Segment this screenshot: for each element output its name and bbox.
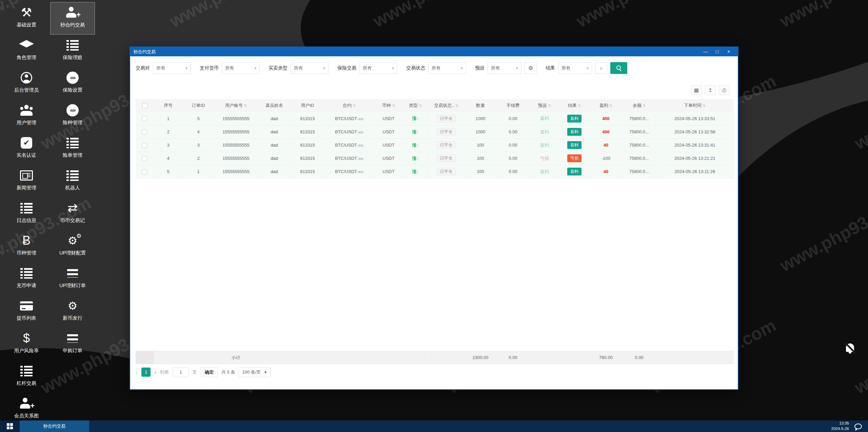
minimize-button[interactable]: — <box>700 47 711 56</box>
desktop-icon-news-management[interactable]: 新闻管理 <box>4 165 49 198</box>
desktop-icon-second-contract-trade[interactable]: +秒合约交易 <box>50 2 95 35</box>
cell-contract: BTC/USDT-30S <box>324 152 374 165</box>
table-row[interactable]: 5115555555555dad613315BTC/USDT-30SUSDT涨↑… <box>136 165 734 178</box>
desktop-icon-insurance-type-management[interactable]: «»险种管理 <box>50 100 95 132</box>
bell-muted-icon[interactable] <box>844 341 857 356</box>
desktop-icon-subscribe-orders[interactable]: 申购订单 <box>50 328 95 360</box>
desktop-icon-deposit-request[interactable]: 充币申请 <box>4 263 49 295</box>
sort-icon[interactable]: ⇅ <box>419 104 422 108</box>
sort-icon[interactable]: ⇅ <box>353 104 356 108</box>
sort-icon[interactable]: ⇅ <box>455 104 458 108</box>
column-header-account[interactable]: 用户账号⇅ <box>214 99 258 112</box>
row-checkbox[interactable] <box>142 130 147 135</box>
column-header-balance[interactable]: 余额⇅ <box>623 99 656 112</box>
cell-fee: 0.00 <box>496 152 530 165</box>
taskbar-item-label: 秒合约交易 <box>43 423 65 429</box>
preset-gear-button[interactable]: ⚙ <box>525 62 537 74</box>
desktop-icon-leverage-trade[interactable]: 杠杆交易 <box>4 360 49 393</box>
gears-icon: ⚙ <box>68 234 78 247</box>
export-button[interactable]: ↥ <box>705 85 716 95</box>
sort-icon[interactable]: ⇅ <box>548 104 551 108</box>
taskbar-clock[interactable]: 13:35 2024-5-26 <box>831 421 849 431</box>
desktop-icon-basic-settings[interactable]: ⚒基础设置 <box>4 2 49 35</box>
sort-icon[interactable]: ⇅ <box>392 104 395 108</box>
desktop-icon-grid: ⚒基础设置+秒合约交易角色管理保险理赔后台管理员«»保险设置用户管理«»险种管理… <box>4 2 95 426</box>
desktop-icon-label: 日志信息 <box>17 218 36 223</box>
cell-type: 涨↑ <box>403 138 428 152</box>
system-tray: 13:35 2024-5-26 <box>831 420 868 432</box>
page-size-select[interactable]: 100 条/页 ▼ <box>239 367 271 377</box>
table-row[interactable]: 2415555555555dad613315BTC/USDT-30SUSDT涨↑… <box>136 125 734 138</box>
desktop-icon-withdraw-list[interactable]: 提币列表 <box>4 295 49 328</box>
select-all-checkbox[interactable] <box>142 103 147 108</box>
maximize-button[interactable]: □ <box>711 47 723 56</box>
desktop-icon-coin-management[interactable]: Ƀ币种管理 <box>4 230 49 263</box>
chat-bubble-icon[interactable] <box>854 424 862 429</box>
filter-trading-pair: 交易对 所有 ▾ <box>136 62 191 74</box>
sort-icon[interactable]: ⇅ <box>609 104 612 108</box>
desktop-icon-up-finance-config[interactable]: ⚙UP理财配置 <box>50 230 95 263</box>
next-page-button[interactable]: › <box>154 369 156 375</box>
status-tag: 已平仓 <box>437 141 456 149</box>
desktop-icon-policy-management[interactable]: 险单管理 <box>50 132 95 165</box>
column-header-order_id: 订单ID <box>182 99 214 112</box>
confirm-page-button[interactable]: 确定 <box>201 367 218 377</box>
row-checkbox[interactable] <box>142 156 147 161</box>
desktop-icon-robot[interactable]: 机器人 <box>50 165 95 198</box>
sort-icon[interactable]: ⇅ <box>244 104 247 108</box>
sort-icon[interactable]: ⇅ <box>643 104 646 108</box>
current-page-button[interactable]: 1 <box>141 368 151 377</box>
desktop-icon-insurance-settings[interactable]: «»保险设置 <box>50 67 95 100</box>
print-button[interactable]: ⎙ <box>719 85 730 95</box>
desktop-icon-up-finance-orders[interactable]: UP理财订单 <box>50 263 95 295</box>
search-button[interactable] <box>610 62 627 74</box>
desktop-icon-new-coin-issue[interactable]: ⚙新币发行 <box>50 295 95 328</box>
desktop-icon-coin-trade-record[interactable]: ⇄币币交易记 <box>50 198 95 230</box>
sort-icon[interactable]: ⇅ <box>578 104 581 108</box>
newspaper-icon <box>20 169 33 182</box>
column-header-preset[interactable]: 预设⇅ <box>530 99 559 112</box>
desktop-icon-user-management[interactable]: 用户管理 <box>4 100 49 132</box>
close-button[interactable]: × <box>723 47 734 56</box>
row-checkbox[interactable] <box>142 169 147 174</box>
desktop-icon-insurance-claims[interactable]: 保险理赔 <box>50 35 95 67</box>
cell-time: 2024-05-26 13:21:21 <box>656 152 734 165</box>
taskbar-item-second-contract-trade[interactable]: 秒合约交易 <box>20 420 89 432</box>
filter-trade-status-select[interactable]: 所有 ▾ <box>428 62 466 74</box>
table-row[interactable]: 1515555555555dad613315BTC/USDT-30SUSDT涨↑… <box>136 112 734 125</box>
filter-result-select[interactable]: 所有 ▾ <box>558 62 592 74</box>
column-header-time[interactable]: 下单时间⇅ <box>656 99 734 112</box>
filter-pay-currency-select[interactable]: 所有 ▾ <box>222 62 260 74</box>
cell-name: dad <box>258 152 291 165</box>
filter-preset: 预设 所有 ▾ ⚙ <box>475 62 537 74</box>
desktop-icon-log-info[interactable]: 日志信息 <box>4 198 49 230</box>
desktop-icon-label: 保险设置 <box>63 88 82 93</box>
desktop-icon-role-management[interactable]: 角色管理 <box>4 35 49 67</box>
table-row[interactable]: 3315555555555dad613315BTC/USDT-30SUSDT涨↑… <box>136 138 734 152</box>
desktop-icon-backend-admin[interactable]: 后台管理员 <box>4 67 49 100</box>
column-header-contract[interactable]: 合约⇅ <box>324 99 374 112</box>
column-header-coin[interactable]: 币种⇅ <box>374 99 403 112</box>
column-header-profit[interactable]: 盈利⇅ <box>589 99 623 112</box>
filter-preset-select[interactable]: 所有 ▾ <box>488 62 521 74</box>
row-checkbox[interactable] <box>142 116 147 121</box>
start-button[interactable] <box>0 420 20 432</box>
cell-time: 2024-05-26 13:31:41 <box>656 138 734 152</box>
columns-toggle-button[interactable]: ▦ <box>691 85 702 95</box>
window-titlebar[interactable]: 秒合约交易 — □ × <box>130 47 738 56</box>
column-header-result[interactable]: 结果⇅ <box>559 99 589 112</box>
cell-account: 15555555555 <box>214 165 258 178</box>
goto-page-input[interactable] <box>173 367 189 377</box>
desktop-icon-realname-auth[interactable]: ✔实名认证 <box>4 132 49 165</box>
filter-insurance-trade-select[interactable]: 所有 ▾ <box>359 62 397 74</box>
row-checkbox[interactable] <box>142 143 147 148</box>
column-header-status[interactable]: 交易状态..⇅ <box>428 99 465 112</box>
sort-icon[interactable]: ⇅ <box>703 104 706 108</box>
expand-filters-button[interactable]: ∨ <box>595 62 607 74</box>
filter-buy-sell-type-select[interactable]: 所有 ▾ <box>291 62 329 74</box>
table-row[interactable]: 4215555555555dad613315BTC/USDT-30SUSDT涨↑… <box>136 152 734 165</box>
desktop-icon-user-risk-rate[interactable]: $用户风险率 <box>4 328 49 360</box>
prev-page-button[interactable]: ‹ <box>136 369 138 375</box>
filter-trading-pair-select[interactable]: 所有 ▾ <box>153 62 191 74</box>
column-header-type[interactable]: 类型⇅ <box>403 99 428 112</box>
